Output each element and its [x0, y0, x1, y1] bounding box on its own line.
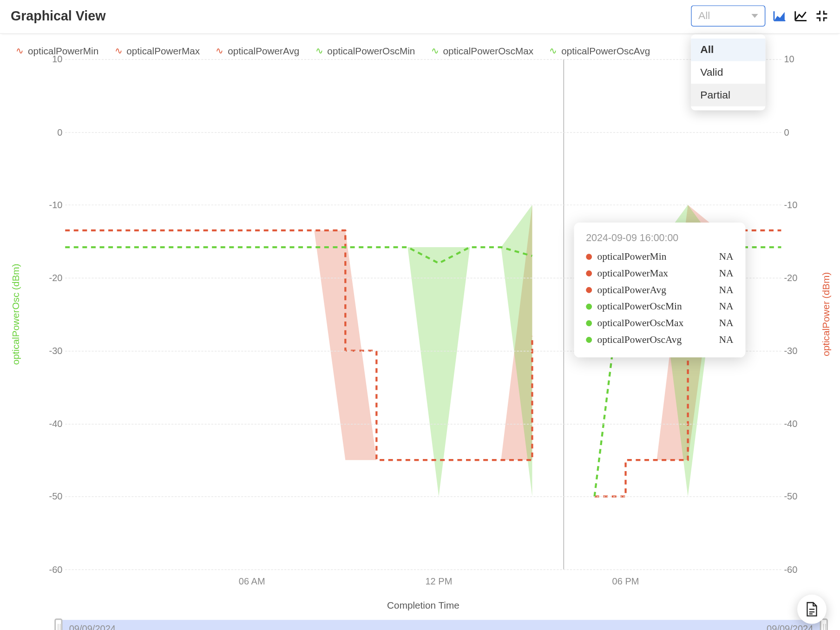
filter-option-partial[interactable]: Partial [691, 84, 765, 106]
filter-option-all[interactable]: All [691, 39, 765, 61]
tooltip-row: opticalPowerAvgNA [586, 282, 733, 299]
tooltip-value: NA [719, 268, 734, 279]
range-handle-left[interactable] [54, 618, 62, 630]
y-left-tick: -50 [43, 491, 63, 502]
tooltip-row: opticalPowerMinNA [586, 249, 733, 265]
tooltip-series: opticalPowerMin [597, 251, 666, 262]
tooltip-row: opticalPowerOscMaxNA [586, 315, 733, 332]
legend-item[interactable]: ∿opticalPowerOscMin [315, 46, 415, 57]
tooltip-row: opticalPowerMaxNA [586, 265, 733, 282]
legend-label: opticalPowerOscMin [327, 46, 415, 57]
filter-select-placeholder: All [698, 10, 710, 22]
export-document-button[interactable] [797, 595, 827, 624]
panel-header: Graphical View All All Valid Partial [0, 0, 840, 34]
wave-icon: ∿ [16, 45, 24, 56]
y-right-tick: -30 [784, 345, 805, 356]
filter-select[interactable]: All All Valid Partial [691, 5, 765, 26]
y-right-tick: 10 [784, 54, 805, 65]
legend-label: opticalPowerMax [126, 46, 200, 57]
x-tick: 06 PM [612, 576, 639, 587]
x-tick: 12 PM [425, 576, 452, 587]
range-to-label: 09/09/2024 [767, 623, 813, 630]
chart-tooltip: 2024-09-09 16:00:00 opticalPowerMinNA op… [574, 223, 745, 358]
legend-item[interactable]: ∿opticalPowerAvg [216, 46, 299, 57]
y-right-axis-label: opticalPower (dBm) [821, 272, 832, 356]
y-left-tick: -40 [43, 418, 63, 429]
legend-label: opticalPowerAvg [228, 46, 299, 57]
legend-label: opticalPowerMin [28, 46, 98, 57]
wave-icon: ∿ [431, 45, 439, 56]
chevron-down-icon [751, 14, 758, 18]
x-axis-label: Completion Time [387, 600, 459, 610]
collapse-icon[interactable] [814, 9, 829, 23]
tooltip-value: NA [719, 335, 734, 346]
y-left-tick: -20 [43, 273, 63, 283]
y-left-axis-label: opticalPowerOsc (dBm) [11, 263, 21, 365]
tooltip-value: NA [719, 251, 734, 262]
range-from-label: 09/09/2024 [69, 623, 116, 630]
y-left-tick: 0 [43, 127, 63, 138]
tooltip-row: opticalPowerOscAvgNA [586, 332, 733, 348]
wave-icon: ∿ [315, 45, 323, 56]
y-left-tick: -10 [43, 200, 63, 210]
legend-item[interactable]: ∿opticalPowerOscMax [431, 46, 533, 57]
tooltip-series: opticalPowerAvg [597, 285, 666, 296]
wave-icon: ∿ [115, 45, 123, 56]
tooltip-value: NA [719, 318, 734, 329]
tooltip-value: NA [719, 301, 734, 312]
dot-icon [586, 270, 592, 276]
time-range-slider[interactable]: 09/09/2024 09/09/2024 [59, 620, 824, 630]
line-chart-icon[interactable] [793, 9, 807, 23]
y-right-tick: -50 [784, 491, 805, 502]
legend-item[interactable]: ∿opticalPowerOscAvg [549, 46, 650, 57]
chart-area[interactable]: opticalPowerOsc (dBm) opticalPower (dBm)… [5, 59, 834, 630]
tooltip-value: NA [719, 285, 734, 296]
dot-icon [586, 321, 592, 327]
y-right-tick: -40 [784, 418, 805, 429]
x-tick: 06 AM [239, 576, 265, 587]
tooltip-series: opticalPowerMax [597, 268, 668, 279]
wave-icon: ∿ [216, 45, 223, 56]
hover-cursor-line [564, 59, 564, 569]
tooltip-timestamp: 2024-09-09 16:00:00 [586, 232, 733, 243]
tooltip-series: opticalPowerOscAvg [597, 335, 682, 346]
area-chart-icon[interactable] [772, 9, 787, 23]
tooltip-series: opticalPowerOscMax [597, 318, 683, 329]
tooltip-series: opticalPowerOscMin [597, 301, 682, 312]
y-right-tick: -10 [784, 200, 805, 210]
dot-icon [586, 337, 592, 343]
filter-option-valid[interactable]: Valid [691, 61, 765, 84]
filter-dropdown: All Valid Partial [691, 34, 765, 110]
panel-title: Graphical View [11, 8, 106, 24]
y-right-tick: -60 [784, 564, 805, 575]
legend-item[interactable]: ∿opticalPowerMax [115, 46, 200, 57]
y-left-tick: -60 [43, 564, 63, 575]
y-right-tick: 0 [784, 127, 805, 138]
y-left-tick: -30 [43, 345, 63, 356]
dot-icon [586, 304, 592, 310]
legend-label: opticalPowerOscAvg [561, 46, 650, 57]
legend-label: opticalPowerOscMax [443, 46, 533, 57]
dot-icon [586, 287, 592, 293]
header-controls: All All Valid Partial [691, 5, 829, 26]
dot-icon [586, 254, 592, 260]
y-right-tick: -20 [784, 273, 805, 283]
tooltip-row: opticalPowerOscMinNA [586, 299, 733, 315]
wave-icon: ∿ [549, 45, 557, 56]
y-left-tick: 10 [43, 54, 63, 65]
